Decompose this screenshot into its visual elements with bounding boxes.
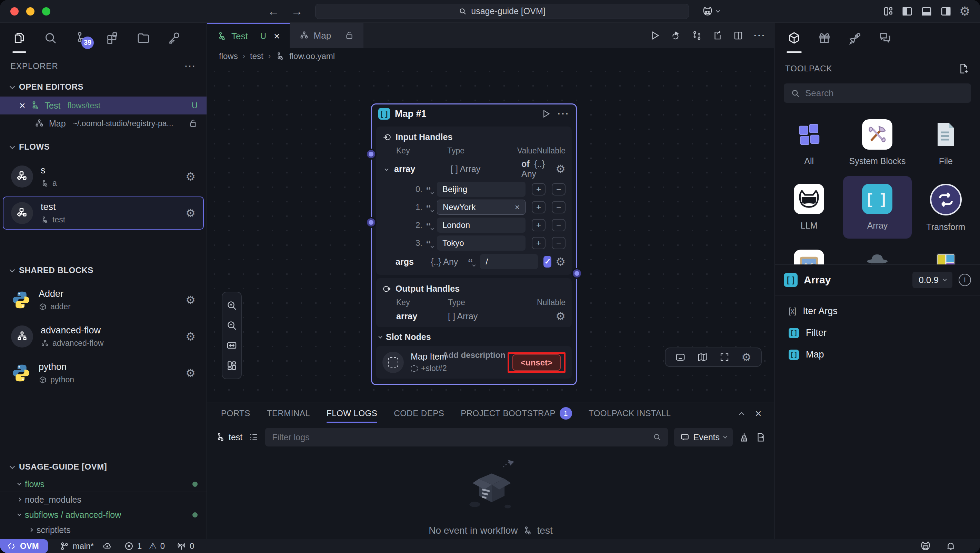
- auto-layout-icon[interactable]: [226, 360, 237, 371]
- activity-folder[interactable]: [136, 30, 151, 46]
- panel-tab-flow-logs[interactable]: FLOW LOGS: [326, 402, 377, 424]
- settings-gear-icon[interactable]: ⚙: [959, 5, 970, 17]
- run-node-icon[interactable]: [541, 109, 551, 119]
- tree-item-flows[interactable]: flows: [0, 477, 207, 492]
- tab-quick-start[interactable]: [847, 30, 862, 46]
- fullscreen-icon[interactable]: [719, 352, 730, 362]
- add-description-button[interactable]: Add description: [371, 350, 577, 360]
- string-type-icon[interactable]: “: [426, 242, 433, 248]
- category-transform[interactable]: Transform: [912, 176, 980, 238]
- gear-icon[interactable]: ⚙: [555, 164, 566, 175]
- add-item-button[interactable]: +: [532, 219, 546, 231]
- remote-indicator[interactable]: OVM: [0, 539, 48, 553]
- remove-item-button[interactable]: −: [552, 201, 566, 213]
- tab-map[interactable]: Map: [290, 23, 364, 48]
- remove-item-button[interactable]: −: [552, 237, 566, 249]
- map-node[interactable]: [ ] Map #1 ··· Input Handles Key: [371, 103, 577, 385]
- shared-block-advanced-flow[interactable]: advanced-flow advanced-flow ⚙: [3, 320, 204, 353]
- shared-block-python[interactable]: python python ⚙: [3, 356, 204, 389]
- close-panel-icon[interactable]: ×: [755, 407, 762, 420]
- item-value-input[interactable]: NewYork×: [437, 200, 525, 215]
- activity-explorer[interactable]: [12, 30, 27, 46]
- shared-blocks-header[interactable]: SHARED BLOCKS: [0, 261, 207, 280]
- map-node-header[interactable]: [ ] Map #1 ···: [372, 105, 576, 123]
- toggle-left-panel-icon[interactable]: [901, 6, 913, 17]
- category-file[interactable]: File: [912, 112, 980, 173]
- toggle-bottom-panel-icon[interactable]: [921, 6, 932, 17]
- panel-tab-ports[interactable]: PORTS: [221, 402, 250, 424]
- gear-icon[interactable]: ⚙: [186, 367, 196, 378]
- add-item-button[interactable]: +: [532, 201, 546, 213]
- panel-tab-project-bootstrap[interactable]: PROJECT BOOTSTRAP1: [461, 402, 572, 424]
- category-array[interactable]: [ ] Array: [843, 176, 912, 238]
- clear-logs-icon[interactable]: [739, 432, 749, 442]
- info-icon[interactable]: i: [959, 274, 971, 286]
- string-type-icon[interactable]: “: [426, 189, 433, 194]
- open-editor-test[interactable]: × Test flows/test U: [0, 97, 207, 114]
- shared-block-adder[interactable]: Adder adder ⚙: [3, 283, 204, 316]
- panel-tab-toolpack-install[interactable]: TOOLPACK INSTALL: [589, 402, 671, 424]
- args-handle-row[interactable]: args {..} Any “ / ✓ ⚙: [382, 254, 566, 269]
- history-back-button[interactable]: ←: [267, 5, 279, 18]
- flow-item-test[interactable]: test test ⚙: [3, 197, 204, 230]
- more-actions-icon[interactable]: ···: [754, 30, 766, 41]
- log-flow-selector[interactable]: test: [216, 432, 242, 442]
- breadcrumb-test[interactable]: test: [250, 51, 263, 61]
- input-connector-args[interactable]: [367, 218, 375, 227]
- zoom-out-icon[interactable]: [226, 320, 237, 331]
- tab-feedback[interactable]: [878, 30, 893, 46]
- category-system-blocks[interactable]: System Blocks: [843, 112, 912, 173]
- activity-secrets[interactable]: [167, 30, 182, 46]
- string-type-icon[interactable]: “: [468, 261, 475, 266]
- activity-flows[interactable]: 39: [74, 30, 89, 46]
- output-array-row[interactable]: array [ ] Array ⚙: [382, 311, 566, 322]
- gear-icon[interactable]: ⚙: [186, 171, 196, 182]
- command-center-search[interactable]: usage-guide [OVM]: [315, 4, 689, 19]
- open-editors-header[interactable]: OPEN EDITORS: [0, 77, 207, 97]
- filter-logs-input[interactable]: [265, 428, 668, 447]
- toggle-panel-icon[interactable]: [675, 352, 686, 362]
- remove-item-button[interactable]: −: [552, 183, 566, 195]
- category-all[interactable]: All: [775, 112, 843, 173]
- canvas-settings-icon[interactable]: ⚙: [741, 352, 751, 363]
- gear-icon[interactable]: ⚙: [186, 331, 196, 342]
- item-value-input[interactable]: Tokyo: [437, 235, 525, 251]
- tree-item-node-modules[interactable]: node_modules: [0, 492, 207, 507]
- close-window-button[interactable]: [10, 7, 19, 16]
- ports-status[interactable]: 0: [177, 541, 194, 551]
- log-tree-icon[interactable]: [249, 432, 259, 442]
- mascot-icon[interactable]: [919, 540, 932, 552]
- tab-store[interactable]: [817, 30, 832, 46]
- close-icon[interactable]: ×: [274, 30, 280, 42]
- slot-nodes-header[interactable]: Slot Nodes: [379, 332, 572, 342]
- output-connector-array[interactable]: [573, 269, 581, 278]
- string-type-icon[interactable]: “: [426, 224, 433, 230]
- events-filter-dropdown[interactable]: Events: [674, 428, 733, 447]
- workspace-header[interactable]: USAGE-GUIDE [OVM]: [0, 457, 207, 477]
- minimize-window-button[interactable]: [26, 7, 35, 16]
- sync-cloud-icon[interactable]: [102, 541, 112, 551]
- detail-item-map[interactable]: [ ] Map: [775, 344, 980, 365]
- toolpack-search-input[interactable]: [784, 83, 971, 103]
- clear-value-icon[interactable]: ×: [515, 202, 520, 212]
- assistant-menu[interactable]: [702, 5, 719, 17]
- nullable-checkbox[interactable]: ✓: [543, 256, 551, 267]
- flows-header[interactable]: FLOWS: [0, 137, 207, 157]
- add-item-button[interactable]: +: [532, 237, 546, 249]
- new-toolpack-icon[interactable]: [958, 63, 970, 75]
- detail-item-iter-args[interactable]: [x] Iter Args: [775, 300, 980, 322]
- git-branch-status[interactable]: main*: [60, 541, 112, 551]
- problems-status[interactable]: 1 ⚠ 0: [124, 541, 165, 551]
- gear-icon[interactable]: ⚙: [555, 256, 566, 267]
- node-more-icon[interactable]: ···: [558, 109, 570, 119]
- panel-tab-terminal[interactable]: TERMINAL: [267, 402, 310, 424]
- version-dropdown[interactable]: 0.0.9: [912, 272, 952, 288]
- history-forward-button[interactable]: →: [291, 5, 303, 18]
- string-type-icon[interactable]: “: [426, 207, 433, 212]
- tree-item-scriptlets[interactable]: scriptlets: [0, 522, 207, 537]
- split-editor-icon[interactable]: [733, 30, 743, 41]
- activity-search[interactable]: [43, 30, 58, 46]
- customize-layout-icon[interactable]: [883, 6, 894, 17]
- category-llm[interactable]: LLM: [775, 176, 843, 238]
- breadcrumb-file[interactable]: flow.oo.yaml: [289, 51, 335, 61]
